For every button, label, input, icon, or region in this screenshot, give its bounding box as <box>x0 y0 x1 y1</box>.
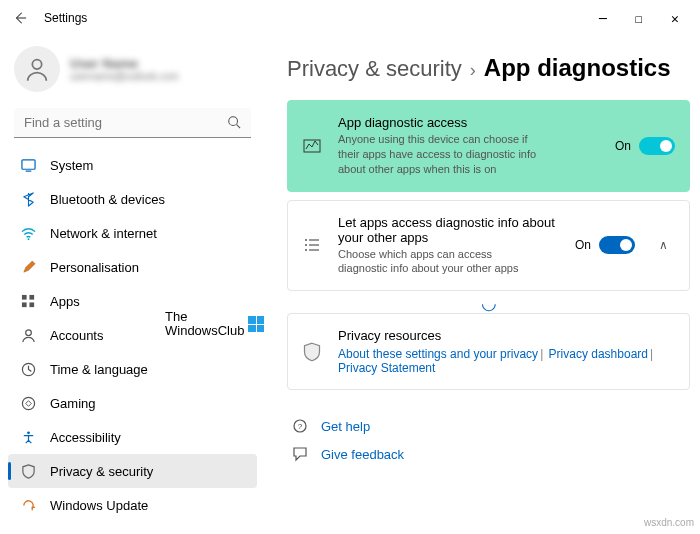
svg-point-12 <box>22 397 34 409</box>
sidebar-item-label: Accessibility <box>50 430 121 445</box>
svg-point-17 <box>305 249 307 251</box>
close-button[interactable]: ✕ <box>666 9 684 27</box>
accessibility-icon <box>20 429 36 445</box>
sidebar-item-time[interactable]: Time & language <box>8 352 257 386</box>
shield-icon <box>302 342 322 362</box>
give-feedback-link[interactable]: Give feedback <box>321 447 404 462</box>
wifi-icon <box>20 225 36 241</box>
card-diagnostic-access[interactable]: App diagnostic access Anyone using this … <box>287 100 690 192</box>
page-title: App diagnostics <box>484 54 671 82</box>
sidebar-item-update[interactable]: Windows Update <box>8 488 257 522</box>
gaming-icon <box>20 395 36 411</box>
source-watermark: wsxdn.com <box>644 517 694 528</box>
chevron-right-icon: › <box>470 60 476 81</box>
sidebar-item-label: Personalisation <box>50 260 139 275</box>
link-privacy-dashboard[interactable]: Privacy dashboard <box>549 347 648 361</box>
card-let-apps[interactable]: Let apps access diagnostic info about yo… <box>287 200 690 292</box>
card-title: App diagnostic access <box>338 115 599 130</box>
search-input[interactable] <box>14 108 251 138</box>
sidebar-item-accessibility[interactable]: Accessibility <box>8 420 257 454</box>
toggle-let-apps[interactable] <box>599 236 635 254</box>
toggle-state: On <box>575 238 591 252</box>
apps-icon <box>20 293 36 309</box>
card-title: Privacy resources <box>338 328 675 343</box>
svg-point-0 <box>32 60 41 69</box>
feedback-icon <box>291 446 309 462</box>
sidebar-item-label: Time & language <box>50 362 148 377</box>
shield-icon <box>20 463 36 479</box>
svg-point-1 <box>229 117 238 126</box>
sidebar-item-label: Bluetooth & devices <box>50 192 165 207</box>
bluetooth-icon <box>20 191 36 207</box>
svg-line-2 <box>237 125 241 129</box>
user-email: username@outlook.com <box>70 71 179 82</box>
chart-icon <box>302 137 322 155</box>
help-icon: ? <box>291 418 309 434</box>
windows-logo-icon <box>248 316 264 332</box>
accounts-icon <box>20 327 36 343</box>
search-icon <box>227 115 241 132</box>
svg-rect-8 <box>21 302 26 307</box>
card-title: Let apps access diagnostic info about yo… <box>338 215 559 245</box>
back-button[interactable] <box>8 6 32 30</box>
svg-text:?: ? <box>298 422 303 431</box>
link-about-settings[interactable]: About these settings and your privacy <box>338 347 538 361</box>
svg-point-16 <box>305 244 307 246</box>
sidebar-item-system[interactable]: System <box>8 148 257 182</box>
sidebar-item-privacy[interactable]: Privacy & security <box>8 454 257 488</box>
minimize-button[interactable]: ─ <box>594 9 612 27</box>
sidebar-item-label: System <box>50 158 93 173</box>
sidebar-item-bluetooth[interactable]: Bluetooth & devices <box>8 182 257 216</box>
breadcrumb-parent[interactable]: Privacy & security <box>287 56 462 82</box>
sidebar-item-label: Gaming <box>50 396 96 411</box>
link-privacy-statement[interactable]: Privacy Statement <box>338 361 435 375</box>
update-icon <box>20 497 36 513</box>
clock-icon <box>20 361 36 377</box>
svg-point-13 <box>27 431 30 434</box>
sidebar-item-personalisation[interactable]: Personalisation <box>8 250 257 284</box>
card-privacy-resources: Privacy resources About these settings a… <box>287 313 690 390</box>
loading-spinner: ◡ <box>287 299 690 313</box>
sidebar-item-label: Privacy & security <box>50 464 153 479</box>
toggle-state: On <box>615 139 631 153</box>
sidebar-item-label: Accounts <box>50 328 103 343</box>
svg-rect-3 <box>21 159 34 168</box>
chevron-up-icon[interactable]: ∧ <box>651 238 675 252</box>
system-icon <box>20 157 36 173</box>
user-account[interactable]: User Name username@outlook.com <box>8 42 257 100</box>
maximize-button[interactable]: ☐ <box>630 9 648 27</box>
get-help-link[interactable]: Get help <box>321 419 370 434</box>
sidebar-item-label: Apps <box>50 294 80 309</box>
svg-point-10 <box>25 329 31 335</box>
svg-rect-9 <box>29 302 34 307</box>
toggle-diagnostic-access[interactable] <box>639 137 675 155</box>
list-icon <box>302 236 322 254</box>
window-title: Settings <box>44 11 87 25</box>
sidebar-item-network[interactable]: Network & internet <box>8 216 257 250</box>
sidebar-item-label: Network & internet <box>50 226 157 241</box>
watermark: The WindowsClub <box>165 310 264 339</box>
svg-rect-7 <box>29 294 34 299</box>
card-desc: Anyone using this device can choose if t… <box>338 132 538 177</box>
user-name: User Name <box>70 56 179 71</box>
svg-rect-6 <box>21 294 26 299</box>
card-desc: Choose which apps can access diagnostic … <box>338 247 538 277</box>
svg-point-15 <box>305 239 307 241</box>
avatar <box>14 46 60 92</box>
sidebar-item-label: Windows Update <box>50 498 148 513</box>
sidebar: User Name username@outlook.com System Bl… <box>0 36 265 534</box>
brush-icon <box>20 259 36 275</box>
svg-point-5 <box>27 238 29 240</box>
sidebar-item-gaming[interactable]: Gaming <box>8 386 257 420</box>
